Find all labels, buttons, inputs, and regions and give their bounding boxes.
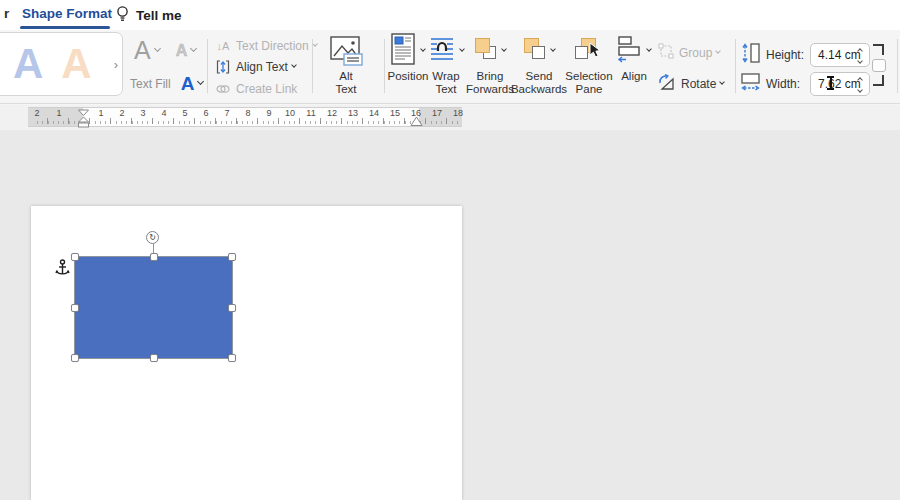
height-stepper[interactable] — [855, 46, 865, 66]
ribbon-tab-bar: r Shape Format Tell me — [0, 0, 900, 30]
document-canvas[interactable]: ↻ — [0, 130, 900, 500]
ruler-number: 18 — [453, 108, 463, 118]
selection-handle[interactable] — [71, 304, 79, 312]
ruler-number: 5 — [182, 108, 187, 118]
selection-handle[interactable] — [150, 354, 158, 362]
text-fill-label: Text Fill — [130, 77, 171, 91]
wrap-text-icon — [429, 36, 455, 66]
aspect-bracket-bottom-icon — [873, 75, 884, 86]
text-style-buttons: A A — [134, 38, 196, 63]
height-icon — [741, 42, 761, 68]
rotation-handle[interactable]: ↻ — [146, 231, 159, 244]
selection-handle[interactable] — [228, 253, 236, 261]
ruler-number: 8 — [245, 108, 250, 118]
selection-handle[interactable] — [228, 354, 236, 362]
group-icon — [658, 43, 674, 62]
ruler-bar: 21123456789101112131415161718 — [0, 105, 900, 130]
indent-markers-icon[interactable] — [77, 109, 90, 128]
align-label: Align — [614, 70, 654, 83]
width-label: Width: — [766, 77, 810, 91]
ruler-number: 10 — [285, 108, 295, 118]
selection-handle[interactable] — [71, 253, 79, 261]
ruler-number: 2 — [119, 108, 124, 118]
ruler-number: 15 — [390, 108, 400, 118]
align-text-button[interactable]: Align Text — [214, 60, 296, 74]
tell-me-button[interactable]: Tell me — [116, 4, 182, 26]
align-button[interactable]: Align — [608, 33, 660, 83]
text-direction-label: Text Direction — [236, 39, 309, 53]
align-icon — [617, 35, 643, 67]
ruler-number: 2 — [34, 108, 39, 118]
chevron-down-icon — [291, 62, 297, 68]
ruler-number: 17 — [432, 108, 442, 118]
bring-forwards-icon — [474, 38, 500, 64]
ruler-number: 7 — [224, 108, 229, 118]
chevron-down-icon — [550, 46, 556, 52]
text-outline-icon[interactable]: A — [176, 43, 188, 59]
chevron-down-icon[interactable] — [197, 78, 204, 85]
chevron-down-icon — [646, 46, 652, 52]
chevron-down-icon[interactable] — [190, 45, 197, 52]
wordart-style-orange[interactable]: A — [61, 43, 91, 85]
ruler-number: 4 — [161, 108, 166, 118]
group-button[interactable]: Group — [658, 43, 720, 62]
width-stepper[interactable] — [855, 75, 865, 95]
rotate-icon — [658, 74, 676, 94]
tab-previous-partial[interactable]: r — [4, 6, 9, 21]
group-divider — [897, 39, 898, 93]
alt-text-icon — [320, 33, 372, 69]
ruler-number: 1 — [56, 108, 61, 118]
tell-me-label: Tell me — [136, 8, 182, 23]
height-input[interactable]: 4.14 cm — [810, 43, 870, 67]
selected-shape-rectangle[interactable] — [75, 257, 232, 358]
chevron-down-icon — [716, 48, 722, 54]
ruler-number: 11 — [306, 108, 315, 118]
create-link-button[interactable]: Create Link — [214, 82, 297, 96]
ruler-number: 13 — [348, 108, 358, 118]
ruler-number: 16 — [411, 108, 421, 118]
ruler-number: 6 — [203, 108, 208, 118]
rotate-label: Rotate — [681, 77, 716, 91]
text-direction-button[interactable]: ↓A Text Direction — [214, 39, 317, 53]
selection-handle[interactable] — [150, 253, 158, 261]
chevron-down-icon[interactable] — [154, 45, 161, 52]
text-fill-button[interactable]: Text Fill A — [130, 74, 203, 93]
group-divider — [735, 39, 736, 93]
ruler-band[interactable]: 21123456789101112131415161718 — [28, 107, 462, 127]
group-label: Group — [679, 46, 712, 60]
shape-width-control: Width: 7.62 cm — [741, 71, 870, 97]
active-tab-underline — [20, 26, 110, 29]
position-icon — [391, 33, 415, 69]
rotate-button[interactable]: Rotate — [658, 74, 724, 94]
wordart-style-blue[interactable]: A — [13, 43, 43, 85]
height-label: Height: — [766, 48, 810, 62]
ruler-ticks — [47, 118, 457, 124]
selection-handle[interactable] — [228, 304, 236, 312]
alt-text-button[interactable]: Alt Text — [320, 33, 372, 96]
chevron-down-icon — [501, 46, 507, 52]
shape-height-control: Height: 4.14 cm — [741, 42, 870, 68]
group-divider — [312, 39, 313, 93]
align-text-icon — [214, 60, 232, 74]
lock-aspect-ratio-checkbox[interactable] — [872, 59, 886, 72]
width-icon — [741, 71, 761, 97]
wordart-styles-gallery[interactable]: A A › — [0, 32, 123, 96]
create-link-label: Create Link — [236, 82, 297, 96]
anchor-icon — [55, 259, 70, 278]
text-fill-icon[interactable]: A — [181, 74, 195, 93]
ruler-number: 9 — [266, 108, 271, 118]
ruler-number: 3 — [140, 108, 145, 118]
chevron-down-icon — [720, 79, 726, 85]
aspect-bracket-top-icon — [873, 44, 884, 55]
text-cursor-icon — [826, 76, 835, 90]
selection-handle[interactable] — [71, 354, 79, 362]
align-text-label: Align Text — [236, 60, 288, 74]
create-link-icon — [214, 83, 232, 95]
text-effects-icon[interactable]: A — [134, 38, 151, 63]
tab-shape-format[interactable]: Shape Format — [22, 6, 112, 21]
width-input[interactable]: 7.62 cm — [810, 72, 870, 96]
text-direction-icon: ↓A — [214, 40, 232, 52]
group-divider — [207, 39, 208, 93]
ribbon: A A › A A Text Fill A ↓A Text Direction — [0, 30, 900, 104]
gallery-more-arrow-icon[interactable]: › — [114, 57, 118, 72]
